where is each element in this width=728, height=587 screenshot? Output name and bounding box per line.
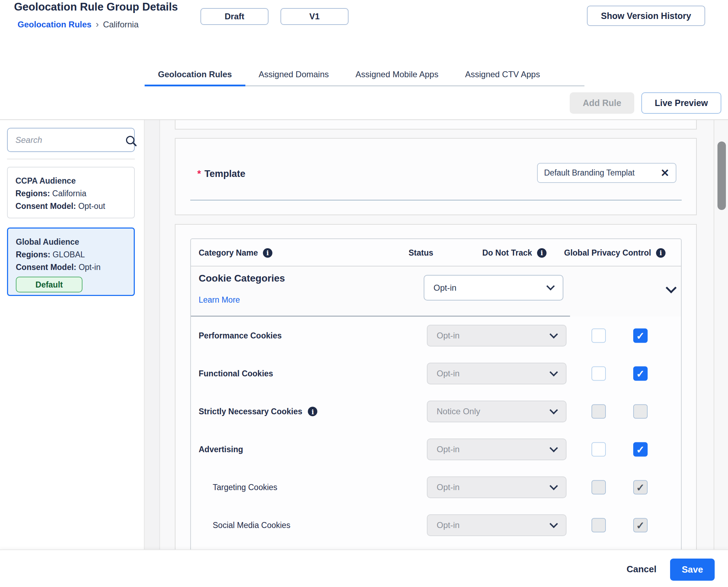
cookie-categories-group-row: Cookie Categories Learn More Opt-in [191, 266, 681, 317]
category-name-info-icon[interactable]: i [263, 248, 272, 258]
tab-assigned-domains[interactable]: Assigned Domains [245, 64, 342, 86]
status-dropdown[interactable]: Opt-in [427, 438, 567, 460]
audience-sidebar: CCPA Audience Regions: California Consen… [0, 120, 145, 549]
breadcrumb: Geolocation Rules › California [18, 19, 139, 30]
do-not-track-checkbox[interactable] [591, 442, 606, 457]
vertical-scrollbar-track[interactable] [714, 120, 728, 549]
chevron-down-icon [549, 368, 558, 376]
do-not-track-checkbox[interactable] [591, 480, 606, 495]
vertical-scrollbar-thumb[interactable] [717, 141, 726, 210]
page-header: Geolocation Rule Group Details Geolocati… [0, 0, 728, 86]
category-row-targeting-cookies: Targeting Cookies Opt-in ✓ [191, 468, 681, 506]
global-privacy-control-checkbox[interactable]: ✓ [633, 329, 648, 343]
do-not-track-info-icon[interactable]: i [537, 248, 547, 258]
chevron-down-icon [549, 406, 558, 414]
column-header-status: Status [409, 239, 433, 266]
default-badge: Default [16, 277, 82, 292]
column-header-global-privacy-control: Global Privacy Control i [564, 239, 666, 266]
do-not-track-checkbox[interactable] [591, 329, 606, 343]
template-chip-text: Default Branding Templat [544, 168, 658, 178]
category-row-performance-cookies: Performance Cookies Opt-in ✓ [191, 317, 681, 355]
status-dropdown[interactable]: Opt-in [427, 514, 567, 536]
chevron-down-icon [549, 330, 558, 338]
footer-action-bar: Cancel Save [0, 549, 728, 587]
previous-panel-edge [175, 120, 697, 130]
tab-geolocation-rules[interactable]: Geolocation Rules [145, 64, 245, 86]
breadcrumb-separator-icon: › [96, 19, 99, 30]
status-dropdown[interactable]: Opt-in [427, 325, 567, 347]
chevron-down-icon [549, 482, 558, 490]
table-header-row: Category Name i Status Do Not Track i Gl… [191, 239, 681, 266]
group-status-dropdown[interactable]: Opt-in [424, 275, 563, 301]
search-icon[interactable] [126, 136, 134, 144]
global-privacy-control-checkbox[interactable]: ✓ [633, 518, 648, 533]
search-input[interactable] [15, 135, 126, 145]
column-header-do-not-track: Do Not Track i [482, 239, 547, 266]
global-privacy-control-checkbox[interactable] [633, 404, 648, 419]
sidebar-divider [7, 159, 135, 159]
categories-table: Category Name i Status Do Not Track i Gl… [190, 238, 682, 551]
tab-assigned-mobile-apps[interactable]: Assigned Mobile Apps [342, 64, 452, 86]
category-row-advertising: Advertising Opt-in ✓ [191, 430, 681, 468]
show-version-history-button[interactable]: Show Version History [587, 6, 705, 26]
audience-card-ccpa[interactable]: CCPA Audience Regions: California Consen… [7, 167, 135, 218]
group-name: Cookie Categories [199, 273, 285, 284]
audience-card-regions: Regions: GLOBAL [16, 248, 126, 261]
audience-card-title: CCPA Audience [15, 174, 126, 187]
do-not-track-checkbox[interactable] [591, 404, 606, 419]
chevron-down-icon [549, 444, 558, 452]
global-privacy-control-checkbox[interactable]: ✓ [633, 480, 648, 495]
category-row-social-media-cookies: Social Media Cookies Opt-in ✓ [191, 506, 681, 544]
audience-card-consent: Consent Model: Opt-out [15, 200, 126, 212]
global-privacy-control-checkbox[interactable]: ✓ [633, 367, 648, 381]
audience-card-global[interactable]: Global Audience Regions: GLOBAL Consent … [7, 227, 135, 296]
audience-card-title: Global Audience [16, 236, 126, 248]
sidebar-gutter [145, 120, 160, 549]
template-field-label: *Template [197, 169, 245, 179]
breadcrumb-link-geolocation-rules[interactable]: Geolocation Rules [18, 20, 92, 29]
live-preview-button[interactable]: Live Preview [641, 92, 721, 114]
add-rule-button[interactable]: Add Rule [570, 92, 634, 114]
template-panel: *Template Default Branding Templat ✕ [175, 138, 697, 215]
page-title: Geolocation Rule Group Details [14, 1, 178, 13]
template-underline [190, 200, 682, 200]
audience-card-regions: Regions: California [15, 187, 126, 200]
do-not-track-checkbox[interactable] [591, 518, 606, 533]
column-header-category-name: Category Name i [199, 239, 272, 266]
required-asterisk: * [197, 169, 201, 179]
tab-assigned-ctv-apps[interactable]: Assigned CTV Apps [452, 64, 553, 86]
global-privacy-control-checkbox[interactable]: ✓ [633, 442, 648, 457]
strictly-necessary-info-icon[interactable]: i [308, 407, 317, 416]
category-row-functional-cookies: Functional Cookies Opt-in ✓ [191, 355, 681, 393]
global-privacy-control-info-icon[interactable]: i [656, 248, 666, 258]
search-box [7, 128, 135, 152]
status-dropdown[interactable]: Opt-in [427, 476, 567, 498]
status-dropdown[interactable]: Notice Only [427, 401, 567, 422]
tab-bar: Geolocation Rules Assigned Domains Assig… [145, 64, 553, 86]
content-area: CCPA Audience Regions: California Consen… [0, 120, 728, 549]
chevron-down-icon [549, 520, 558, 528]
breadcrumb-current: California [103, 20, 138, 29]
remove-template-icon[interactable]: ✕ [661, 167, 669, 179]
chevron-down-icon [546, 282, 555, 290]
categories-panel: Category Name i Status Do Not Track i Gl… [175, 224, 697, 550]
category-row-strictly-necessary-cookies: Strictly Necessary Cookies i Notice Only [191, 393, 681, 430]
do-not-track-checkbox[interactable] [591, 367, 606, 381]
draft-status-badge: Draft [200, 8, 269, 25]
collapse-group-chevron-icon[interactable] [666, 282, 676, 293]
audience-card-consent: Consent Model: Opt-in [16, 261, 126, 273]
status-dropdown[interactable]: Opt-in [427, 363, 567, 384]
cancel-button[interactable]: Cancel [623, 559, 660, 580]
save-button[interactable]: Save [670, 559, 715, 581]
rules-toolbar: Add Rule Live Preview [0, 86, 728, 120]
learn-more-link[interactable]: Learn More [199, 295, 240, 305]
version-badge: V1 [280, 8, 349, 25]
template-value-chip[interactable]: Default Branding Templat ✕ [537, 163, 676, 183]
